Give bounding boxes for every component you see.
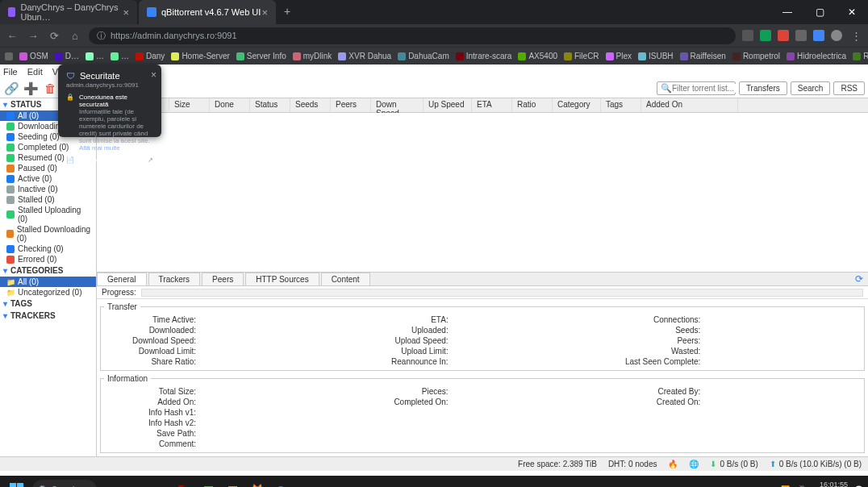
back-icon[interactable]: ←: [5, 30, 19, 42]
bookmark-item[interactable]: ISUBH: [638, 52, 674, 60]
bookmark-item[interactable]: Server Info: [236, 52, 286, 60]
tab-general[interactable]: General: [97, 273, 147, 285]
apps-button[interactable]: [5, 52, 13, 60]
explorer-icon[interactable]: ▭: [150, 480, 169, 487]
column-header[interactable]: Seeds: [290, 98, 331, 112]
search-button[interactable]: Search: [791, 81, 831, 95]
bookmark-item[interactable]: Raiffeisen: [680, 52, 726, 60]
filter-search-box[interactable]: 🔍: [657, 81, 736, 95]
sidebar-status-item[interactable]: Stalled Uploading (0): [0, 205, 96, 224]
close-icon[interactable]: ×: [123, 6, 129, 19]
column-header[interactable]: Up Speed: [424, 98, 472, 112]
column-header[interactable]: Status: [250, 98, 290, 112]
menu-edit[interactable]: Edit: [27, 67, 43, 77]
bookmark-item[interactable]: AX5400: [518, 52, 557, 60]
menu-file[interactable]: File: [3, 67, 18, 77]
bookmark-item[interactable]: …: [86, 52, 104, 60]
bookmark-item[interactable]: Plex: [606, 52, 632, 60]
bookmark-item[interactable]: Dany: [136, 52, 165, 60]
bookmark-item[interactable]: Intrare-scara: [456, 52, 512, 60]
tab-content[interactable]: Content: [321, 273, 370, 285]
menu-icon[interactable]: ⋮: [849, 30, 863, 42]
browser-tab-1[interactable]: DanyChrys – DanyChrys Ubun… ×: [0, 0, 137, 24]
minimize-button[interactable]: —: [771, 0, 803, 24]
add-file-icon[interactable]: ➕: [23, 81, 39, 97]
bookmark-item[interactable]: Hidroelectrica: [787, 52, 846, 60]
delete-icon[interactable]: 🗑: [42, 81, 58, 97]
new-tab-button[interactable]: +: [278, 0, 297, 24]
bookmark-item[interactable]: RCA: [853, 52, 868, 60]
popover-cert-title[interactable]: Certificatul este valid: [79, 156, 139, 164]
bookmark-item[interactable]: D…: [55, 52, 79, 60]
fire-icon[interactable]: 🔥: [668, 460, 678, 468]
app-icon[interactable]: ▣: [198, 480, 218, 487]
bookmark-item[interactable]: Home-Server: [171, 52, 229, 60]
bookmark-item[interactable]: DahuaCam: [398, 52, 449, 60]
column-header[interactable]: Added On: [641, 98, 738, 112]
reload-icon[interactable]: ⟳: [855, 273, 863, 285]
ext-icon[interactable]: [778, 30, 789, 41]
home-icon[interactable]: ⌂: [68, 30, 82, 42]
bookmark-item[interactable]: FileCR: [564, 52, 599, 60]
browser-tab-2[interactable]: qBittorrent v4.6.7 Web UI ×: [139, 0, 276, 24]
bookmark-item[interactable]: myDlink: [293, 52, 332, 60]
ext-icon[interactable]: [795, 30, 807, 41]
tab-trackers[interactable]: Trackers: [148, 273, 201, 285]
close-icon[interactable]: ×: [261, 6, 268, 19]
column-header[interactable]: Peers: [331, 98, 371, 112]
url-field[interactable]: ⓘ https://admin.danychrys.ro:9091: [89, 27, 736, 44]
sidebar-status-item[interactable]: Stalled Downloading (0): [0, 224, 96, 244]
clock[interactable]: 16:01:55 15.10.2024: [812, 481, 848, 487]
sidebar-categories-header[interactable]: ▾CATEGORIES: [0, 264, 96, 277]
sidebar-status-item[interactable]: Active (0): [0, 173, 96, 184]
sidebar-status-item[interactable]: Checking (0): [0, 244, 96, 254]
sidebar-status-item[interactable]: Inactive (0): [0, 184, 96, 194]
bookmark-item[interactable]: Rompetrol: [732, 52, 780, 60]
add-link-icon[interactable]: 🔗: [3, 81, 19, 97]
tab-http-sources[interactable]: HTTP Sources: [245, 273, 319, 285]
rss-button[interactable]: RSS: [833, 81, 865, 95]
column-header[interactable]: Done: [210, 98, 250, 112]
sidebar-tags-header[interactable]: ▾TAGS: [0, 298, 96, 310]
site-info-icon[interactable]: ⓘ: [97, 30, 106, 42]
column-header[interactable]: Category: [553, 98, 601, 112]
sidebar-category-item[interactable]: 📁Uncategorized (0): [0, 287, 96, 298]
forward-icon[interactable]: →: [26, 30, 40, 42]
globe-icon[interactable]: 🌐: [689, 460, 699, 468]
task-view-icon[interactable]: ▭: [102, 480, 121, 487]
column-header[interactable]: Down Speed: [371, 98, 424, 112]
ext-icon[interactable]: [760, 30, 771, 41]
filter-input[interactable]: [672, 84, 737, 93]
sidebar-category-item[interactable]: 📁All (0): [0, 277, 96, 287]
learn-more-link[interactable]: Află mai multe: [79, 144, 120, 152]
transfers-button[interactable]: Transfers: [739, 81, 787, 95]
bookmark-item[interactable]: XVR Dahua: [338, 52, 391, 60]
column-header[interactable]: Tags: [601, 98, 641, 112]
tab-peers[interactable]: Peers: [202, 273, 244, 285]
firefox-icon[interactable]: 🦊: [247, 480, 266, 487]
sidebar-status-item[interactable]: Paused (0): [0, 163, 96, 173]
close-button[interactable]: ✕: [836, 0, 868, 24]
torrent-grid-body[interactable]: [97, 113, 868, 272]
start-button[interactable]: [5, 478, 27, 487]
close-icon[interactable]: ×: [151, 69, 156, 81]
bookmark-item[interactable]: …: [111, 52, 129, 60]
ext-icon[interactable]: [742, 30, 753, 41]
chrome-icon[interactable]: ◉: [271, 480, 290, 487]
app-icon[interactable]: ▣: [223, 480, 242, 487]
sidebar-status-item[interactable]: Errored (0): [0, 254, 96, 264]
sidebar-trackers-header[interactable]: ▾TRACKERS: [0, 310, 96, 322]
open-icon[interactable]: ↗: [148, 156, 153, 164]
edge-icon[interactable]: e: [126, 480, 145, 487]
column-header[interactable]: ETA: [472, 98, 512, 112]
column-header[interactable]: Size: [169, 98, 210, 112]
sidebar-status-item[interactable]: Stalled (0): [0, 194, 96, 205]
maximize-button[interactable]: ▢: [803, 0, 836, 24]
bookmark-item[interactable]: OSM: [19, 52, 48, 60]
ext-icon[interactable]: [813, 30, 824, 41]
taskbar-search[interactable]: 🔍Search: [32, 480, 97, 487]
reload-icon[interactable]: ⟳: [47, 30, 61, 42]
filezilla-icon[interactable]: Fz: [174, 480, 194, 487]
column-header[interactable]: Ratio: [512, 98, 553, 112]
ext-icon[interactable]: [831, 30, 842, 41]
